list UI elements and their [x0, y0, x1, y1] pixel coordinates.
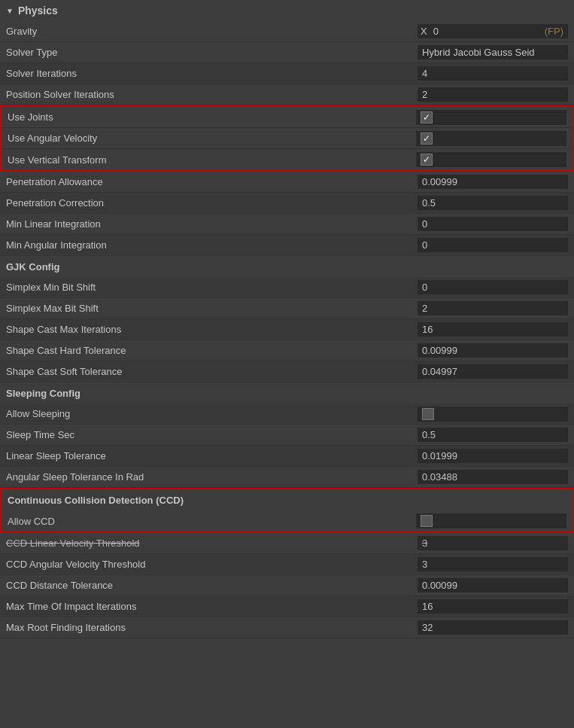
shape-cast-soft-row: Shape Cast Soft Tolerance 0.04997	[0, 361, 574, 382]
allow-sleeping-label: Allow Sleeping	[6, 408, 418, 419]
linear-sleep-row: Linear Sleep Tolerance 0.01999	[0, 446, 574, 467]
ccd-header: Continuous Collision Detection (CCD)	[2, 489, 572, 510]
ccd-angular-vel-label: CCD Angular Velocity Threshold	[6, 559, 418, 570]
gravity-fp-label: (FP)	[540, 24, 568, 38]
simplex-min-row: Simplex Min Bit Shift 0	[0, 277, 574, 298]
shape-cast-max-iterations-row: Shape Cast Max Iterations 16	[0, 319, 574, 340]
linear-sleep-label: Linear Sleep Tolerance	[6, 450, 418, 461]
gjk-config-label: GJK Config	[6, 261, 60, 273]
penetration-correction-row: Penetration Correction 0.5	[0, 193, 574, 214]
gravity-x-axis: X	[418, 24, 430, 38]
shape-cast-max-iterations-label: Shape Cast Max Iterations	[6, 324, 418, 335]
physics-header[interactable]: ▼ Physics	[0, 0, 574, 21]
penetration-allowance-label: Penetration Allowance	[6, 176, 418, 187]
min-linear-integration-label: Min Linear Integration	[6, 218, 418, 230]
simplex-max-row: Simplex Max Bit Shift 2	[0, 298, 574, 319]
penetration-correction-label: Penetration Correction	[6, 197, 418, 209]
ccd-linear-vel-label: CCD Linear Velocity Threshold	[6, 538, 418, 549]
max-root-finding-value[interactable]: 32	[418, 620, 568, 635]
solver-iterations-label: Solver Iterations	[6, 68, 418, 79]
use-joints-group: Use Joints ✓ Use Angular Velocity ✓ Use …	[0, 105, 574, 172]
use-vertical-transform-checkbox-cell: ✓	[416, 152, 566, 167]
sleep-time-label: Sleep Time Sec	[6, 429, 418, 440]
sleep-time-row: Sleep Time Sec 0.5	[0, 425, 574, 446]
penetration-allowance-row: Penetration Allowance 0.00999	[0, 172, 574, 193]
use-joints-checkbox[interactable]: ✓	[421, 111, 433, 123]
use-vertical-transform-row: Use Vertical Transform ✓	[2, 149, 572, 170]
simplex-min-value[interactable]: 0	[418, 280, 568, 294]
ccd-group: Continuous Collision Detection (CCD) All…	[0, 488, 574, 533]
ccd-distance-value[interactable]: 0.00099	[418, 578, 568, 592]
position-solver-row: Position Solver Iterations 2	[0, 84, 574, 105]
allow-sleeping-checkbox-cell	[418, 407, 568, 422]
sleep-time-value[interactable]: 0.5	[418, 428, 568, 442]
use-vertical-transform-checkbox[interactable]: ✓	[421, 154, 433, 166]
penetration-allowance-value[interactable]: 0.00999	[418, 175, 568, 189]
use-angular-velocity-label: Use Angular Velocity	[8, 133, 416, 144]
gravity-label: Gravity	[6, 26, 418, 37]
max-time-of-impact-label: Max Time Of Impact Iterations	[6, 601, 418, 612]
use-angular-velocity-checkbox-cell: ✓	[416, 131, 566, 146]
ccd-linear-vel-row: CCD Linear Velocity Threshold 3	[0, 533, 574, 554]
shape-cast-hard-label: Shape Cast Hard Tolerance	[6, 345, 418, 356]
shape-cast-soft-value[interactable]: 0.04997	[418, 364, 568, 379]
physics-panel: ▼ Physics Gravity X 0 (FP) Solver Type H…	[0, 0, 574, 638]
angular-sleep-label: Angular Sleep Tolerance In Rad	[6, 471, 418, 483]
angular-sleep-value[interactable]: 0.03488	[418, 470, 568, 484]
ccd-label: Continuous Collision Detection (CCD)	[8, 495, 184, 506]
solver-type-value[interactable]: Hybrid Jacobi Gauss Seid	[418, 45, 568, 59]
use-joints-checkbox-cell: ✓	[416, 110, 566, 125]
ccd-angular-vel-row: CCD Angular Velocity Threshold 3	[0, 554, 574, 575]
use-joints-row: Use Joints ✓	[2, 107, 572, 128]
allow-ccd-label: Allow CCD	[8, 516, 416, 527]
penetration-correction-value[interactable]: 0.5	[418, 196, 568, 210]
shape-cast-soft-label: Shape Cast Soft Tolerance	[6, 366, 418, 377]
min-angular-integration-label: Min Angular Integration	[6, 239, 418, 251]
linear-sleep-value[interactable]: 0.01999	[418, 449, 568, 463]
solver-type-row: Solver Type Hybrid Jacobi Gauss Seid	[0, 42, 574, 63]
max-root-finding-row: Max Root Finding Iterations 32	[0, 617, 574, 638]
max-root-finding-label: Max Root Finding Iterations	[6, 622, 418, 633]
gravity-values: X 0 (FP)	[418, 24, 568, 38]
gjk-config-header: GJK Config	[0, 256, 574, 277]
allow-ccd-row: Allow CCD	[2, 510, 572, 532]
solver-iterations-row: Solver Iterations 4	[0, 63, 574, 84]
solver-type-label: Solver Type	[6, 47, 418, 58]
allow-ccd-checkbox-cell	[416, 513, 566, 528]
max-time-of-impact-row: Max Time Of Impact Iterations 16	[0, 596, 574, 617]
shape-cast-max-iterations-value[interactable]: 16	[418, 322, 568, 337]
use-angular-velocity-row: Use Angular Velocity ✓	[2, 128, 572, 149]
allow-sleeping-row: Allow Sleeping	[0, 404, 574, 425]
use-joints-label: Use Joints	[8, 111, 416, 123]
ccd-angular-vel-value[interactable]: 3	[418, 557, 568, 571]
solver-iterations-value[interactable]: 4	[418, 66, 568, 81]
ccd-linear-vel-value[interactable]: 3	[418, 536, 568, 550]
shape-cast-hard-row: Shape Cast Hard Tolerance 0.00999	[0, 340, 574, 361]
simplex-min-label: Simplex Min Bit Shift	[6, 282, 418, 293]
sleeping-config-header: Sleeping Config	[0, 382, 574, 404]
shape-cast-hard-value[interactable]: 0.00999	[418, 343, 568, 358]
min-angular-integration-value[interactable]: 0	[418, 238, 568, 252]
position-solver-value[interactable]: 2	[418, 87, 568, 102]
simplex-max-label: Simplex Max Bit Shift	[6, 303, 418, 314]
gravity-row: Gravity X 0 (FP)	[0, 21, 574, 42]
max-time-of-impact-value[interactable]: 16	[418, 599, 568, 614]
allow-ccd-checkbox[interactable]	[421, 515, 433, 527]
simplex-max-value[interactable]: 2	[418, 301, 568, 315]
panel-title: Physics	[18, 5, 58, 17]
ccd-distance-label: CCD Distance Tolerance	[6, 580, 418, 591]
position-solver-label: Position Solver Iterations	[6, 89, 418, 100]
allow-sleeping-checkbox[interactable]	[422, 408, 434, 420]
use-vertical-transform-label: Use Vertical Transform	[8, 154, 416, 166]
min-linear-integration-row: Min Linear Integration 0	[0, 214, 574, 235]
collapse-arrow-icon: ▼	[6, 7, 14, 15]
sleeping-config-label: Sleeping Config	[6, 388, 80, 399]
min-angular-integration-row: Min Angular Integration 0	[0, 235, 574, 256]
angular-sleep-row: Angular Sleep Tolerance In Rad 0.03488	[0, 467, 574, 488]
gravity-x-value[interactable]: 0	[430, 24, 540, 38]
ccd-distance-row: CCD Distance Tolerance 0.00099	[0, 575, 574, 596]
use-angular-velocity-checkbox[interactable]: ✓	[421, 133, 433, 145]
min-linear-integration-value[interactable]: 0	[418, 217, 568, 231]
